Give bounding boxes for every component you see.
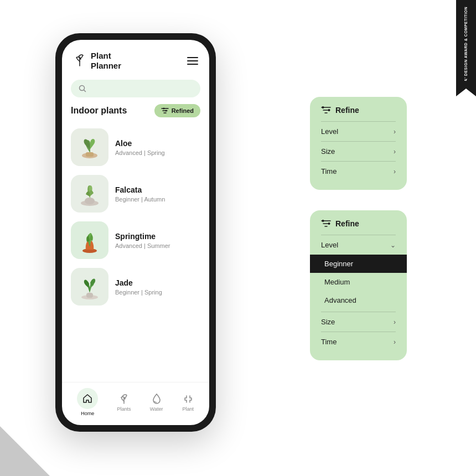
plant-info-springtime: Springtime Advanced | Summer	[115, 232, 170, 249]
refine-size-label: Size	[321, 147, 335, 156]
section-title: Indoor plants	[71, 106, 127, 116]
plant-meta: Advanced | Spring	[115, 149, 165, 156]
plant-item[interactable]: Aloe Advanced | Spring	[71, 124, 200, 170]
nav-plants-label: Plants	[117, 406, 131, 412]
refine-level-label: Level	[321, 127, 338, 136]
springtime-illustration	[75, 225, 105, 256]
logo-icon	[73, 51, 86, 70]
plants-icon	[118, 392, 130, 405]
chevron-icon: ›	[394, 338, 396, 346]
refine-time-label: Time	[321, 167, 337, 175]
app-header: PlantPlanner	[62, 40, 209, 76]
chevron-icon: ›	[394, 148, 396, 156]
level-option-beginner[interactable]: Beginner	[310, 255, 407, 273]
refine-panel-1: Refine Level › Size › Time ›	[310, 97, 407, 190]
plant-meta: Beginner | Autumn	[115, 196, 165, 203]
hamburger-line-2	[187, 60, 198, 61]
plant-name: Jade	[115, 278, 162, 287]
refine-header-2: Refine	[321, 219, 396, 228]
home-icon-bg	[77, 388, 98, 409]
search-icon	[79, 85, 86, 92]
refine-panel-2: Refine Level ⌄ Beginner Medium Advanced …	[310, 210, 407, 360]
refine-time-row-1[interactable]: Time ›	[321, 161, 396, 181]
menu-button[interactable]	[187, 57, 198, 65]
plant-info-aloe: Aloe Advanced | Spring	[115, 139, 165, 156]
plant-list: Aloe Advanced | Spring	[71, 124, 200, 310]
plant-section: Indoor plants Refined	[62, 104, 209, 382]
phone-mockup: PlantPlanner Indoor plants	[55, 33, 216, 432]
nav-home[interactable]: Home	[77, 388, 98, 416]
refine-header-1: Refine	[321, 106, 396, 115]
refine-size-label-2: Size	[321, 318, 335, 326]
jade-illustration	[75, 272, 105, 302]
svg-point-10	[322, 106, 324, 108]
level-options-list: Beginner Medium Advanced	[310, 255, 407, 309]
plant-item[interactable]: Falcata Beginner | Autumn	[71, 170, 200, 217]
nav-water[interactable]: Water	[150, 392, 163, 412]
refined-button[interactable]: Refined	[154, 104, 200, 117]
refine-size-row-2[interactable]: Size ›	[321, 312, 396, 332]
water-icon	[151, 392, 163, 405]
level-option-advanced[interactable]: Advanced	[310, 291, 407, 309]
falcata-illustration	[75, 179, 105, 209]
plant-info-falcata: Falcata Beginner | Autumn	[115, 185, 165, 203]
nav-home-label: Home	[81, 411, 94, 416]
app-title: PlantPlanner	[91, 51, 121, 71]
refine-filter-icon-2	[321, 220, 331, 227]
svg-point-2	[165, 110, 167, 112]
plant-meta: Advanced | Summer	[115, 242, 170, 249]
bottom-navigation: Home Plants Water	[62, 382, 209, 425]
filter-icon	[161, 107, 169, 114]
svg-rect-4	[86, 152, 94, 157]
refine-title-1: Refine	[335, 106, 359, 115]
nav-plant[interactable]: Plant	[182, 392, 194, 412]
plant-meta: Beginner | Spring	[115, 289, 162, 296]
chevron-icon: ›	[394, 128, 396, 136]
plant-name: Falcata	[115, 185, 165, 194]
phone-screen: PlantPlanner Indoor plants	[62, 40, 209, 425]
plant-thumbnail-springtime	[71, 221, 108, 259]
plant-thumbnail-aloe	[71, 128, 108, 166]
svg-rect-6	[85, 198, 95, 204]
plant-thumbnail-jade	[71, 268, 108, 306]
svg-point-12	[322, 220, 324, 222]
refine-size-row-1[interactable]: Size ›	[321, 141, 396, 161]
hamburger-line-1	[187, 57, 198, 58]
logo-area: PlantPlanner	[73, 51, 121, 71]
refine-time-row-2[interactable]: Time ›	[321, 332, 396, 351]
plant-name: Aloe	[115, 139, 165, 148]
refine-level-row-2[interactable]: Level ⌄	[321, 235, 396, 255]
plant-item[interactable]: Springtime Advanced | Summer	[71, 217, 200, 263]
refine-level-label-2: Level	[321, 241, 338, 249]
award-triangle	[456, 81, 476, 96]
chevron-icon: ›	[394, 318, 396, 326]
level-option-medium[interactable]: Medium	[310, 273, 407, 291]
refine-level-row-1[interactable]: Level ›	[321, 121, 396, 141]
home-icon	[82, 394, 92, 403]
chevron-down-icon: ⌄	[390, 241, 396, 249]
plant-thumbnail-falcata	[71, 175, 108, 213]
refined-label: Refined	[172, 107, 194, 114]
svg-point-13	[328, 223, 330, 225]
refine-time-label-2: Time	[321, 338, 337, 346]
nav-plant-label: Plant	[183, 406, 194, 412]
plant-icon	[182, 392, 194, 405]
award-badge: A' DESIGN AWARD & COMPETITION	[456, 0, 476, 89]
award-text: A' DESIGN AWARD & COMPETITION	[463, 7, 468, 81]
hamburger-line-3	[187, 64, 198, 65]
nav-water-label: Water	[150, 406, 163, 412]
refine-title-2: Refine	[335, 219, 359, 228]
svg-point-1	[163, 108, 164, 110]
refine-filter-icon-1	[321, 106, 331, 114]
search-bar[interactable]	[71, 80, 200, 97]
plant-name: Springtime	[115, 232, 170, 241]
nav-plants[interactable]: Plants	[117, 392, 131, 412]
plant-info-jade: Jade Beginner | Spring	[115, 278, 162, 296]
plant-item[interactable]: Jade Beginner | Spring	[71, 263, 200, 310]
aloe-illustration	[75, 132, 105, 163]
chevron-icon: ›	[394, 168, 396, 175]
decorative-triangle	[0, 410, 66, 476]
svg-point-11	[328, 109, 330, 111]
section-header: Indoor plants Refined	[71, 104, 200, 117]
svg-rect-9	[86, 293, 93, 298]
